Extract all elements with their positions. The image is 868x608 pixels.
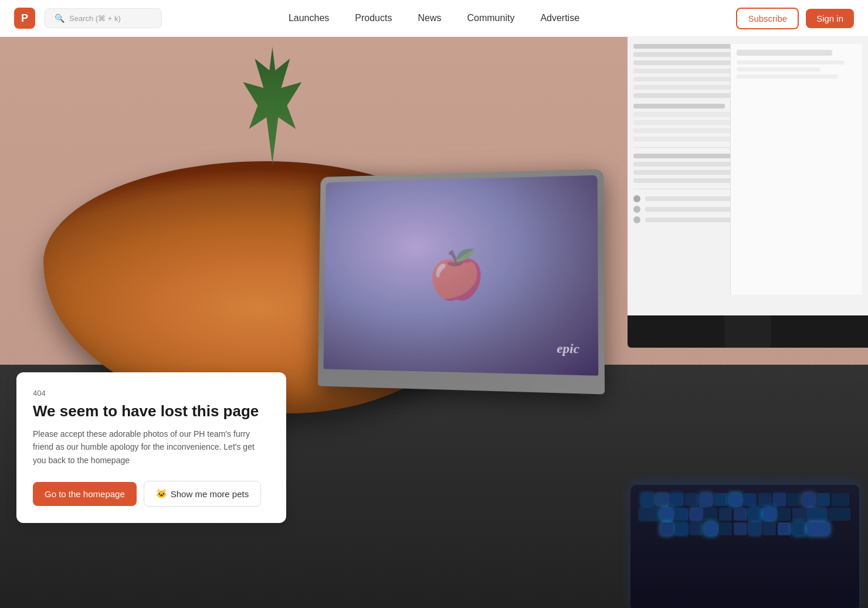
nav-item-community[interactable]: Community: [454, 0, 527, 37]
pets-emoji: 🐱: [156, 488, 167, 499]
nav-item-news[interactable]: News: [405, 0, 454, 37]
show-more-pets-button[interactable]: 🐱 Show me more pets: [144, 481, 261, 507]
nav-item-launches[interactable]: Launches: [276, 0, 342, 37]
nav-item-products[interactable]: Products: [342, 0, 405, 37]
go-homepage-button[interactable]: Go to the homepage: [33, 482, 137, 506]
subscribe-button[interactable]: Subscribe: [736, 8, 799, 29]
nav-item-advertise[interactable]: Advertise: [527, 0, 592, 37]
error-code: 404: [33, 389, 270, 398]
show-more-pets-label: Show me more pets: [171, 489, 249, 499]
monitor: [628, 37, 868, 348]
apple-logo: 🍎: [427, 247, 485, 303]
error-title: We seem to have lost this page: [33, 402, 270, 420]
navbar: P 🔍 Search (⌘ + k) Launches Products New…: [0, 0, 868, 37]
signin-button[interactable]: Sign in: [806, 9, 854, 28]
nav-right: Subscribe Sign in: [736, 8, 854, 29]
monitor-stand: [724, 315, 771, 348]
search-placeholder: Search (⌘ + k): [69, 14, 121, 23]
nav-left: P 🔍 Search (⌘ + k): [14, 8, 162, 29]
error-buttons: Go to the homepage 🐱 Show me more pets: [33, 481, 270, 507]
error-card: 404 We seem to have lost this page Pleas…: [16, 372, 286, 523]
search-icon: 🔍: [55, 13, 65, 23]
keyboard: [630, 485, 859, 608]
macbook-screen-content: 🍎 epic: [323, 175, 598, 375]
monitor-screen: [628, 37, 868, 315]
macbook: 🍎 epic: [318, 169, 605, 394]
epic-sticker: epic: [557, 341, 579, 357]
search-box[interactable]: 🔍 Search (⌘ + k): [45, 8, 162, 28]
nav-center: Launches Products News Community Adverti…: [276, 0, 592, 37]
ph-logo[interactable]: P: [14, 8, 35, 29]
error-description: Please accept these adorable photos of o…: [33, 427, 270, 467]
